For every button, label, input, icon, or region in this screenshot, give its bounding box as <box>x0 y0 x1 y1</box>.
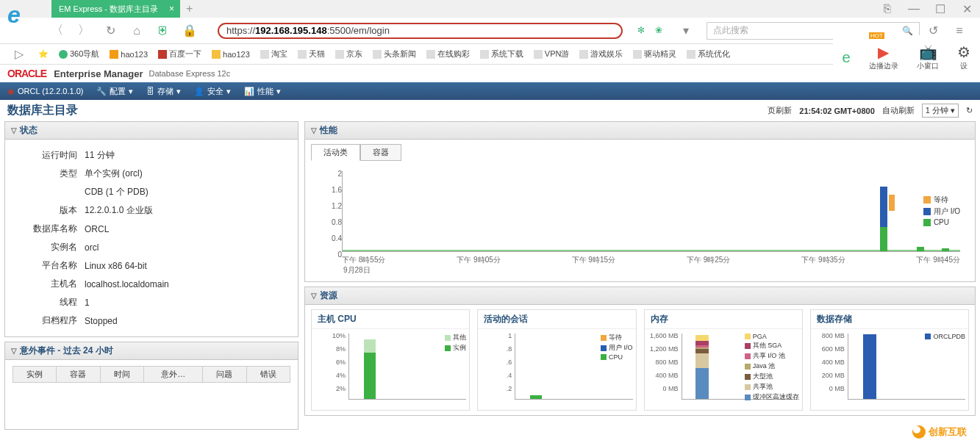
bookmark-item[interactable]: 驱动精灵 <box>633 48 676 60</box>
bookmark-item[interactable]: 360导航 <box>59 48 99 60</box>
watermark-icon <box>912 425 926 430</box>
status-label: 主机名 <box>14 275 80 292</box>
status-value: ORCL <box>82 220 289 237</box>
status-label: 版本 <box>14 202 80 219</box>
collapse-icon[interactable]: ▽ <box>311 126 317 134</box>
collapse-icon[interactable]: ▽ <box>11 347 17 355</box>
reload-icon[interactable]: ↻ <box>101 22 119 40</box>
status-value: Linux x86 64-bit <box>82 257 289 274</box>
bookmark-item[interactable]: 淘宝 <box>260 48 287 60</box>
page-title: 数据库主目录 <box>7 103 78 118</box>
status-value: CDB (1 个 PDB) <box>82 184 289 201</box>
bookmark-item[interactable]: 系统优化 <box>687 48 730 60</box>
res-cpu: 主机 CPU 10%8%6%4%2% 其他 实例 <box>311 309 470 411</box>
lock-icon: 🔒 <box>181 22 198 40</box>
res-memory: 内存 1,600 MB1,200 MB800 MB400 MB0 MB <box>644 309 803 411</box>
url-prefix: https:// <box>226 25 255 36</box>
refresh-time: 21:54:02 GMT+0800 <box>799 107 874 115</box>
bookmark-item[interactable]: 京东 <box>335 48 362 60</box>
extension2-icon[interactable]: ❀ <box>655 25 667 37</box>
tab-title: EM Express - 数据库主目录 <box>59 4 158 15</box>
status-value: 单个实例 (orcl) <box>82 165 289 182</box>
tab-close-icon[interactable]: × <box>169 4 174 14</box>
home-icon[interactable]: ⌂ <box>128 22 146 40</box>
refresh-label: 页刷新 <box>768 105 792 116</box>
tab-container[interactable]: 容器 <box>360 144 401 161</box>
url-input[interactable]: https://192.168.195.148:5500/em/login <box>218 23 623 39</box>
bookmark-item[interactable]: 天猫 <box>298 48 325 60</box>
incidents-col[interactable]: 容器 <box>57 367 100 383</box>
resources-panel: ▽资源 主机 CPU 10%8%6%4%2% 其他 <box>304 287 976 416</box>
menu-security[interactable]: 👤 安全 ▾ <box>194 86 231 97</box>
extension-icon[interactable]: ✻ <box>637 25 649 37</box>
db-name: ◉ORCL (12.2.0.1.0) <box>7 87 83 96</box>
side-tool-record[interactable]: ▶HOT边播边录 <box>869 43 898 71</box>
refresh-icon[interactable]: ↻ <box>966 106 973 115</box>
browser-tab[interactable]: EM Express - 数据库主目录 × <box>51 0 180 18</box>
incidents-title: 意外事件 - 过去 24 小时 <box>20 345 113 357</box>
url-suffix: :5500/em/login <box>327 25 390 36</box>
new-tab-button[interactable]: + <box>186 2 193 15</box>
shield-icon[interactable]: ⛨ <box>154 22 172 40</box>
close-window-icon[interactable]: ✕ <box>958 0 976 18</box>
status-value: 12.2.0.1.0 企业版 <box>82 202 289 219</box>
status-label: 实例名 <box>14 239 80 256</box>
incidents-col[interactable]: 时间 <box>100 367 143 383</box>
dropdown-icon[interactable]: ▾ <box>677 22 695 40</box>
window-controls-icon[interactable]: ⎘ <box>879 0 896 18</box>
bookmark-item[interactable]: 游戏娱乐 <box>579 48 623 60</box>
bookmarks-toggle-icon[interactable]: ▷ <box>10 46 28 63</box>
tab-active-class[interactable]: 活动类 <box>311 144 360 161</box>
bookmark-item[interactable]: hao123 <box>212 50 250 59</box>
bookmark-item[interactable]: VPN游 <box>534 48 570 60</box>
bookmark-item[interactable]: hao123 <box>110 50 148 59</box>
res-storage: 数据存储 800 MB600 MB400 MB200 MB0 MB ORCLPD… <box>810 309 969 411</box>
favorites-icon[interactable]: ⭐ <box>38 49 49 59</box>
minimize-icon[interactable]: — <box>905 0 923 18</box>
incidents-table: 实例容器时间意外…问题错误 <box>12 366 290 383</box>
status-label: 线程 <box>14 294 80 311</box>
bookmark-item[interactable]: 系统下载 <box>480 48 523 60</box>
browser-logo-icon: e <box>7 1 43 37</box>
menu-storage[interactable]: 🗄 存储 ▾ <box>146 86 181 97</box>
side-tools: e ▶HOT边播边录 📺小窗口 ⚙设 <box>833 35 980 79</box>
menu-performance[interactable]: 📊 性能 ▾ <box>244 86 281 97</box>
auto-refresh-select[interactable]: 1 分钟 ▾ <box>922 104 959 118</box>
status-label <box>14 184 80 201</box>
orcl-menu-bar: ◉ORCL (12.2.0.1.0) 🔧 配置 ▾ 🗄 存储 ▾ 👤 安全 ▾ … <box>0 82 980 100</box>
collapse-icon[interactable]: ▽ <box>11 126 17 134</box>
collapse-icon[interactable]: ▽ <box>311 292 317 300</box>
performance-panel: ▽性能 活动类 容器 21.61.20.80.40 <box>304 121 976 282</box>
side-tool-logo[interactable]: e <box>843 49 851 66</box>
bookmark-item[interactable]: 头条新闻 <box>373 48 416 60</box>
perf-title: 性能 <box>320 124 337 137</box>
status-label: 平台名称 <box>14 257 80 274</box>
status-value: 1 <box>82 294 289 311</box>
status-value: localhost.localdomain <box>82 275 289 292</box>
maximize-icon[interactable]: ☐ <box>931 0 949 18</box>
incidents-col[interactable]: 实例 <box>13 367 57 383</box>
back-icon[interactable]: 〈 <box>49 22 66 40</box>
side-tool-settings[interactable]: ⚙设 <box>957 43 970 71</box>
incidents-col[interactable]: 错误 <box>246 367 290 383</box>
incidents-col[interactable]: 问题 <box>203 367 246 383</box>
search-placeholder: 点此搜索 <box>713 24 748 37</box>
oracle-logo: ORACLE <box>7 68 46 79</box>
search-icon[interactable]: 🔍 <box>902 26 913 36</box>
database-icon: ◉ <box>7 87 15 96</box>
status-value: orcl <box>82 239 289 256</box>
status-label: 类型 <box>14 165 80 182</box>
incidents-col[interactable]: 意外… <box>143 367 202 383</box>
x-sub: 9月28日 <box>343 265 960 275</box>
tab-bar: EM Express - 数据库主目录 × + ⎘ — ☐ ✕ <box>0 0 980 18</box>
watermark: 创新互联 <box>906 424 973 430</box>
bookmark-item[interactable]: 百度一下 <box>158 48 201 60</box>
em-subtitle: Database Express 12c <box>149 69 231 78</box>
menu-config[interactable]: 🔧 配置 ▾ <box>96 86 133 97</box>
status-value: Stopped <box>82 312 289 329</box>
bookmark-item[interactable]: 在线购彩 <box>426 48 470 60</box>
side-tool-miniwindow[interactable]: 📺小窗口 <box>917 43 939 71</box>
auto-refresh-label: 自动刷新 <box>882 105 915 116</box>
forward-icon[interactable]: 〉 <box>75 22 93 40</box>
page-title-row: 数据库主目录 页刷新 21:54:02 GMT+0800 自动刷新 1 分钟 ▾… <box>0 100 980 121</box>
